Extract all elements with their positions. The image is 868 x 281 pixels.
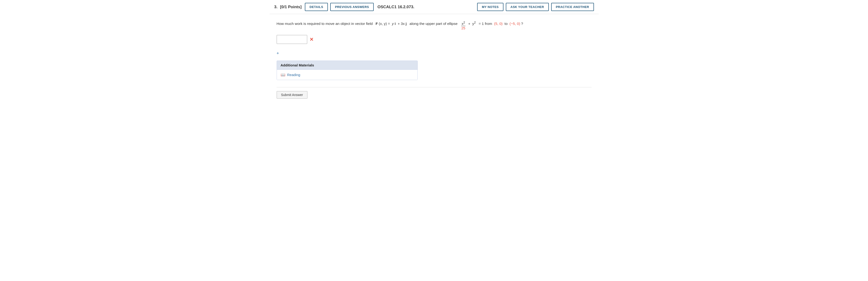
problem-code: OSCALC1 16.2.073. [377,5,414,9]
y-squared: y2 [472,20,476,27]
toolbar: 3. [0/1 Points] DETAILS PREVIOUS ANSWERS… [270,0,599,14]
additional-materials-header: Additional Materials [277,61,417,69]
to-text: to [503,21,508,27]
question-bold-i: i [395,21,396,27]
my-notes-button[interactable]: MY NOTES [477,3,503,11]
previous-answers-button[interactable]: PREVIOUS ANSWERS [330,3,374,11]
content-area: How much work is required to move an obj… [270,14,599,106]
to-coords: (−5, 0) [509,21,520,27]
details-button[interactable]: DETAILS [305,3,328,11]
reading-label: Reading [287,73,300,77]
fraction-numerator: x2 [461,21,465,26]
additional-materials-body: 📖 Reading [277,69,417,80]
equals-text: = 1 from [479,21,493,27]
submit-button[interactable]: Submit Answer [277,91,307,99]
question-bold-F: F [376,21,378,27]
incorrect-icon: ✕ [310,37,314,42]
page-container: 3. [0/1 Points] DETAILS PREVIOUS ANSWERS… [270,0,599,106]
question-part1: How much work is required to move an obj… [277,21,373,27]
answer-row: ✕ [277,35,592,44]
ask-teacher-button[interactable]: ASK YOUR TEACHER [506,3,549,11]
question-text: How much work is required to move an obj… [277,20,592,30]
question-part3: along the upper part of ellipse [409,21,457,27]
question-end: ? [521,21,523,27]
plus-icon[interactable]: + [277,51,592,56]
math-fraction: x2 25 [461,21,466,30]
book-icon: 📖 [281,73,285,77]
fraction-denominator: 25 [461,26,466,30]
problem-number: 3. [0/1 Points] [274,5,302,9]
question-part2: (x, y) = [379,21,391,27]
reading-link[interactable]: 📖 Reading [281,73,414,77]
answer-input[interactable] [277,35,307,44]
from-coords: (5, 0) [494,21,502,27]
question-bold-j: j [406,21,407,27]
additional-materials-panel: Additional Materials 📖 Reading [277,61,418,80]
submit-area: Submit Answer [277,87,592,99]
question-y: y [392,21,394,27]
practice-another-button[interactable]: PRACTICE ANOTHER [551,3,594,11]
